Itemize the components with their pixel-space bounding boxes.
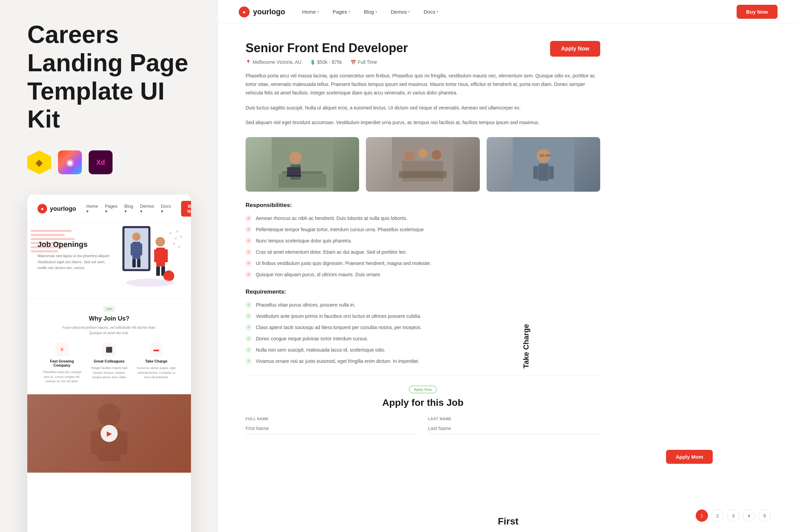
req-check-1: ✓ (246, 313, 252, 319)
location-icon: 📍 (246, 60, 251, 65)
resp-text-0: Aenean rhoncus ac nibh ac hendrerit. Dui… (256, 215, 408, 222)
page-btn-3[interactable]: 3 (727, 509, 739, 522)
last-name-group: LAST NAME (428, 417, 600, 434)
resp-text-3: Cras sit amet elementum dolor. Etiam ac … (256, 249, 407, 256)
inner-nav-docs[interactable]: Docs ▾ (161, 204, 171, 214)
svg-rect-39 (399, 171, 447, 178)
req-text-5: Vivamus ornare nisi ac justo euismod, eg… (256, 358, 419, 365)
salary-icon: 💲 (310, 60, 315, 65)
nav-demos[interactable]: Demos (391, 9, 410, 15)
job-salary: 💲 $50k - $75k (310, 59, 342, 65)
last-name-input[interactable] (428, 423, 600, 434)
bottom-area: 1 2 3 4 5 (696, 509, 771, 522)
svg-rect-33 (286, 175, 301, 177)
first-name-input[interactable] (246, 423, 418, 434)
left-panel: Careers Landing Page Template UI Kit ◆ ◉… (0, 0, 218, 532)
job-type: 📅 Full Time (351, 59, 377, 65)
form-row: FULL NAME LAST NAME (246, 417, 600, 434)
why-card-icon-2: ▬ (149, 343, 163, 356)
requirements-title: Requirements: (246, 289, 600, 295)
check-icon-1: ✓ (246, 226, 252, 233)
responsibilities-list: ✓ Aenean rhoncus ac nibh ac hendrerit. D… (246, 215, 600, 278)
location-text: Melbourne Victoria, AU (253, 59, 301, 65)
resp-text-4: Ut finibus vestibulum justo quis digniss… (256, 260, 431, 267)
apply-section-center: Apply Now Apply for this Job (246, 386, 600, 408)
page-btn-2[interactable]: 2 (711, 509, 724, 522)
req-item-2: ✓ Class aptent taciti sociosqu ad litera… (246, 324, 600, 331)
svg-point-15 (126, 279, 174, 287)
why-card-icon-0: ≡ (55, 343, 69, 356)
req-text-3: Donec congue neque pulvinar tortor inter… (256, 335, 368, 342)
inner-nav-blog[interactable]: Blog ▾ (124, 204, 133, 214)
main-content: Senior Front End Developer 📍 Melbourne V… (218, 24, 627, 457)
why-section: Join Why Join Us? Fusce placerat pretium… (27, 298, 191, 391)
inner-nav-links: Home ▾ Pages ▾ Blog ▾ Demos ▾ Docs ▾ (86, 204, 171, 214)
req-text-4: Nulla non sem suscipit, malesuada lacus … (256, 346, 386, 354)
hero-title: Job Openings (38, 240, 181, 249)
why-card-2: ▬ Take Charge Fusce eu varius augue, ege… (135, 343, 177, 384)
job-desc-3: Sed aliquam nisl eget tincidunt accumsan… (246, 118, 600, 127)
nav-home[interactable]: Home (302, 9, 319, 15)
job-header: Senior Front End Developer 📍 Melbourne V… (246, 41, 600, 65)
svg-rect-42 (538, 164, 548, 181)
why-card-title-1: Great Colleagues (94, 359, 124, 363)
req-item-3: ✓ Donec congue neque pulvinar tortor int… (246, 335, 600, 342)
photo-inner-1 (246, 137, 359, 192)
inner-nav-home[interactable]: Home ▾ (86, 204, 98, 214)
req-item-1: ✓ Vestibulum ante ipsum primis in faucib… (246, 313, 600, 320)
nav-docs[interactable]: Docs (424, 9, 438, 15)
page-btn-1[interactable]: 1 (696, 509, 708, 522)
svg-rect-46 (545, 154, 550, 157)
inner-nav: ● yourlogo Home ▾ Pages ▾ Blog ▾ Demos ▾… (27, 195, 191, 223)
svg-rect-45 (539, 154, 544, 157)
why-card-desc-0: Phasellus turpis dui, suscipit utmi at, … (41, 370, 83, 384)
why-card-1: ⬛ Great Colleagues Integer facilisis mau… (88, 343, 130, 384)
svg-point-35 (404, 151, 414, 161)
check-icon-2: ✓ (246, 238, 252, 244)
pagination: 1 2 3 4 5 (696, 509, 771, 522)
tool-icons: ◆ ◉ Xd (27, 150, 191, 174)
apply-badge: Apply Now (409, 386, 437, 393)
svg-rect-43 (533, 166, 538, 179)
job-desc-2: Duis luctus sagittis suscipit. Nulla ut … (246, 104, 600, 112)
req-check-2: ✓ (246, 324, 252, 330)
photo-inner-2 (366, 137, 479, 192)
job-location: 📍 Melbourne Victoria, AU (246, 59, 301, 65)
check-icon-4: ✓ (246, 260, 252, 266)
nav-pages[interactable]: Pages (332, 9, 350, 15)
responsibilities-title: Responsibilities: (246, 202, 600, 209)
last-name-label: LAST NAME (428, 417, 600, 421)
page-title: Careers Landing Page Template UI Kit (27, 20, 191, 133)
office-photo-1 (246, 137, 359, 192)
buy-now-button[interactable]: Buy Now (737, 5, 778, 19)
logo-area: ● yourlogo (239, 6, 285, 17)
req-text-0: Phasellus vitae purus ultrices, posuere … (256, 301, 355, 309)
req-check-3: ✓ (246, 336, 252, 342)
inner-nav-demos[interactable]: Demos ▾ (140, 204, 154, 214)
req-item-4: ✓ Nulla non sem suscipit, malesuada lacu… (246, 346, 600, 354)
salary-text: $50k - $75k (317, 59, 342, 65)
req-text-1: Vestibulum ante ipsum primis in faucibus… (256, 313, 422, 320)
apply-now-button[interactable]: Apply Now (550, 41, 600, 57)
resp-text-1: Pellentesque tempor feugiat tortor, inte… (256, 226, 424, 233)
why-title: Why Join Us? (38, 315, 181, 322)
sketch-icon: ◆ (27, 150, 51, 174)
nav-blog[interactable]: Blog (364, 9, 377, 15)
type-icon: 📅 (351, 60, 356, 65)
page-btn-5[interactable]: 5 (758, 509, 771, 522)
inner-buy-button[interactable]: Buy Now (181, 201, 191, 217)
apply-mom-button[interactable]: Apply Mom (666, 450, 713, 464)
check-icon-3: ✓ (246, 249, 252, 255)
play-button[interactable]: ▶ (101, 425, 118, 442)
svg-point-37 (432, 150, 441, 160)
resp-item-5: ✓ Quisque non aliquam purus, id ultrices… (246, 271, 600, 278)
hero-content: Job Openings Maecenas sed ligula ut dui … (38, 230, 181, 271)
inner-logo-text: yourlogo (50, 205, 76, 212)
req-check-0: ✓ (246, 302, 252, 308)
job-header-left: Senior Front End Developer 📍 Melbourne V… (246, 41, 408, 65)
why-card-desc-2: Fusce eu varius augue, eget vehicula lec… (135, 366, 177, 380)
req-check-5: ✓ (246, 358, 252, 364)
inner-logo: ● yourlogo (38, 204, 76, 213)
page-btn-4[interactable]: 4 (743, 509, 755, 522)
inner-nav-pages[interactable]: Pages ▾ (105, 204, 118, 214)
